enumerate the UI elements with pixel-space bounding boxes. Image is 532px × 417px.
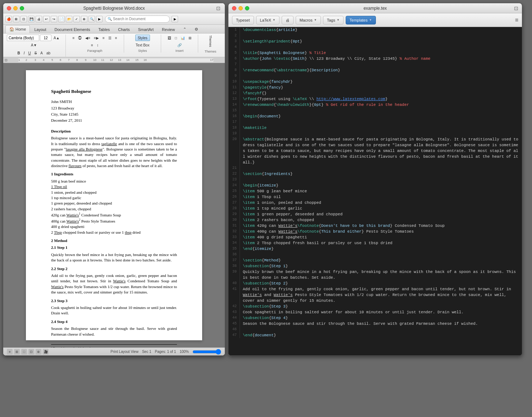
latex-dropdown-arrow: ▼ bbox=[273, 18, 276, 22]
tab-review[interactable]: Review bbox=[158, 25, 179, 33]
code-line-8: 8 \renewcommand{\abstractname}{Descripti… bbox=[228, 67, 522, 73]
insert-table-btn[interactable]: ⊞ bbox=[187, 35, 193, 41]
font-color-btn[interactable]: A bbox=[39, 50, 44, 56]
font-shrink-btn[interactable]: A▼ bbox=[29, 42, 38, 48]
italic-btn[interactable]: I bbox=[22, 50, 26, 56]
text-box-btn[interactable]: Text Box bbox=[133, 42, 152, 48]
code-editor[interactable]: 1 \documentclass{article} 2 3 \setlength… bbox=[228, 27, 522, 355]
view-icon-6[interactable]: 🎥 bbox=[43, 349, 49, 355]
view-icon-2[interactable]: ⊞ bbox=[14, 349, 20, 355]
view-icon-5[interactable]: ⊕ bbox=[36, 349, 41, 355]
latex-title-bar: example.tex ⊡ bbox=[228, 3, 522, 13]
step3-label: 2.3 Step 3 bbox=[51, 298, 177, 304]
toolbar-arrow-right[interactable]: ▶ bbox=[172, 16, 178, 22]
toolbar-spellcheck[interactable]: ✓ bbox=[73, 16, 80, 22]
code-line-22: 22 \section{Ingredients} bbox=[228, 171, 522, 177]
macros-dropdown[interactable]: Macros ▼ bbox=[296, 16, 321, 24]
typeset-button[interactable]: Typeset bbox=[232, 16, 254, 24]
close-button[interactable] bbox=[7, 6, 11, 10]
code-line-29: 29 \item 1 green pepper, deseeded and ch… bbox=[228, 211, 522, 217]
latex-close-button[interactable] bbox=[232, 6, 236, 10]
underline-btn[interactable]: U bbox=[27, 50, 32, 56]
align-left-btn[interactable]: ≡ bbox=[101, 35, 106, 41]
maximize-button[interactable] bbox=[20, 6, 24, 10]
latex-panel-toggle[interactable]: ≡ bbox=[515, 17, 518, 23]
latex-minimize-button[interactable] bbox=[238, 6, 243, 10]
step3-text: Cook spaghetti in boiling salted water f… bbox=[51, 305, 177, 316]
toolbar-icon-3[interactable]: ⊡ bbox=[21, 16, 27, 22]
indent-less-btn[interactable]: ◀≡ bbox=[84, 35, 92, 41]
document-area[interactable]: Spaghetti Bolognese John SMITH 123 Broad… bbox=[3, 63, 225, 348]
code-line-1: 1 \documentclass{article} bbox=[228, 27, 522, 33]
tab-smartart[interactable]: SmartArt bbox=[134, 25, 158, 33]
document-page: Spaghetti Bolognese John SMITH 123 Broad… bbox=[26, 70, 202, 340]
bullets-btn[interactable]: ≡ bbox=[71, 35, 76, 41]
tab-charts[interactable]: Charts bbox=[114, 25, 133, 33]
tab-document-elements[interactable]: Document Elements bbox=[50, 25, 94, 33]
toolbar-icon-2[interactable]: ⊞ bbox=[13, 16, 19, 22]
code-line-5: 5 \title{Spaghetti Bolognese} % Title bbox=[228, 50, 522, 56]
toolbar-redo[interactable]: ↪ bbox=[51, 16, 57, 22]
toolbar-open[interactable]: 📂 bbox=[66, 16, 72, 22]
code-line-11: 11 \pagestyle{fancy} bbox=[228, 85, 522, 90]
description-text: Bolognese sauce is a meat-based sauce fo… bbox=[51, 135, 177, 169]
tab-expand[interactable]: ⌃ bbox=[179, 25, 190, 33]
insert-link-btn[interactable]: 🔗 bbox=[176, 42, 183, 48]
code-line-9: 9 bbox=[228, 73, 522, 79]
latex-dropdown[interactable]: LaTeX ▼ bbox=[256, 16, 279, 24]
indent-more-btn[interactable]: ≡▶ bbox=[92, 35, 100, 41]
tab-layout[interactable]: Layout bbox=[30, 25, 50, 33]
numbers-btn[interactable]: ⓵ bbox=[77, 35, 83, 41]
toolbar-print[interactable]: 🖨 bbox=[36, 16, 42, 22]
styles-btn[interactable]: Styles bbox=[135, 35, 150, 41]
code-line-39: 39 Quickly brown the beef mince in a hot… bbox=[228, 269, 522, 281]
align-right-btn[interactable]: ≡ bbox=[114, 35, 119, 41]
printer-btn[interactable]: 🖨 bbox=[282, 16, 294, 24]
templates-dropdown[interactable]: Templates ▼ bbox=[346, 16, 376, 24]
code-line-46: 46 bbox=[228, 327, 522, 332]
tab-tables[interactable]: Tables bbox=[94, 25, 114, 33]
window-resize-icon[interactable]: ⊡ bbox=[216, 6, 221, 11]
latex-window-resize-icon[interactable]: ⊡ bbox=[514, 5, 518, 11]
bold-btn[interactable]: B bbox=[16, 50, 21, 56]
insert-shape-btn[interactable]: □ bbox=[173, 35, 178, 41]
view-icon-4[interactable]: ⊡ bbox=[28, 349, 34, 355]
title-bar-right: ⊡ bbox=[216, 6, 221, 11]
strikethrough-btn[interactable]: S bbox=[33, 50, 38, 56]
themes-btn[interactable]: Themes bbox=[207, 35, 214, 49]
printer-icon: 🖨 bbox=[286, 18, 290, 22]
font-size-input[interactable] bbox=[40, 35, 51, 41]
line-spacing-btn[interactable]: ↕ bbox=[95, 42, 100, 48]
tags-dropdown[interactable]: Tags ▼ bbox=[323, 16, 344, 24]
minimize-button[interactable] bbox=[13, 6, 18, 10]
zoom-slider[interactable] bbox=[192, 350, 221, 354]
font-name-input[interactable] bbox=[7, 35, 39, 41]
view-icon-1[interactable]: ≡ bbox=[7, 349, 13, 355]
font-grow-btn[interactable]: A▲ bbox=[52, 35, 61, 41]
insert-photo-btn[interactable]: 🖼 bbox=[166, 35, 173, 41]
search-input[interactable] bbox=[113, 17, 167, 21]
traffic-lights bbox=[7, 6, 24, 10]
code-line-2: 2 bbox=[228, 33, 522, 39]
insert-chart-btn[interactable]: 📊 bbox=[179, 35, 186, 41]
latex-maximize-button[interactable] bbox=[245, 6, 249, 10]
tab-home[interactable]: 🏠 Home bbox=[5, 25, 30, 33]
toolbar-more1[interactable]: ⊕ bbox=[81, 16, 87, 22]
toolbar-more2[interactable]: ▶ bbox=[96, 16, 103, 22]
ribbon-group-insert: 🖼 □ 📊 ⊞ 🔗 Insert bbox=[164, 35, 198, 53]
justify-btn[interactable]: ≡ bbox=[90, 42, 95, 48]
toolbar-undo[interactable]: ↩ bbox=[43, 16, 50, 22]
toolbar-icon-1[interactable]: 🍎 bbox=[5, 16, 12, 22]
align-center-btn[interactable]: ☰ bbox=[107, 35, 113, 41]
toolbar-zoom[interactable]: 🔍 bbox=[88, 16, 95, 22]
highlight-btn[interactable]: ab bbox=[45, 50, 52, 56]
ribbon-group-themes: Themes Themes bbox=[201, 35, 223, 53]
code-line-17: 17 bbox=[228, 119, 522, 125]
view-icon-3[interactable]: □ bbox=[21, 349, 27, 355]
insert-group-label: Insert bbox=[176, 49, 184, 53]
step1-label: 2.1 Step 1 bbox=[51, 245, 177, 250]
toolbar-new[interactable]: 📄 bbox=[58, 16, 65, 22]
tab-settings[interactable]: ⚙ bbox=[191, 25, 202, 33]
search-bar[interactable]: 🔍 bbox=[105, 15, 170, 23]
toolbar-save[interactable]: 💾 bbox=[28, 16, 35, 22]
